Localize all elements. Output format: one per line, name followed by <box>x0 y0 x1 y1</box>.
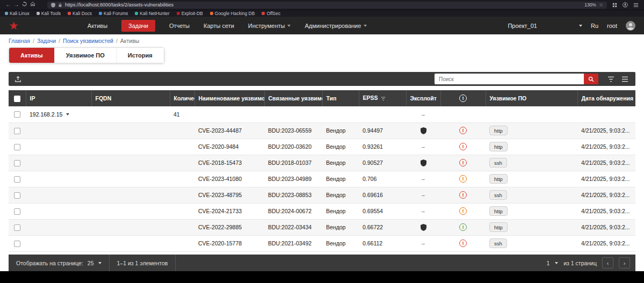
bookmark-item[interactable]: Kali Docs <box>68 11 92 16</box>
software-chip[interactable]: http <box>489 142 508 151</box>
reload-icon[interactable] <box>20 0 28 10</box>
software-chip[interactable]: ssh <box>489 190 507 200</box>
search-input[interactable] <box>435 74 584 84</box>
row-checkbox[interactable] <box>14 176 20 183</box>
nav-menu-item[interactable]: Инструменты <box>248 23 291 29</box>
col-vulnerable-software[interactable]: Уязвимое ПО <box>486 90 577 106</box>
software-chip[interactable]: ssh <box>489 238 507 248</box>
app-logo-icon[interactable]: ★ <box>9 17 19 34</box>
bookmark-favicon <box>262 12 265 15</box>
nav-menu-item[interactable]: Карты сети <box>204 23 234 29</box>
col-related-vulns[interactable]: Связанные уязвимости <box>264 90 322 106</box>
bookmark-star-icon[interactable]: ☆ <box>599 2 603 8</box>
col-type[interactable]: Тип <box>322 90 359 106</box>
prev-page-button[interactable]: ‹ <box>602 257 613 269</box>
bookmark-item[interactable]: Google Hacking DB <box>210 11 255 16</box>
bookmark-item[interactable]: Kali Tools <box>37 11 61 16</box>
bookmark-item[interactable]: Kali Linux <box>5 11 30 16</box>
browser-chrome-bar: ← → https://localhost:8000/tasks/2/asset… <box>0 0 644 10</box>
zoom-level[interactable]: 130% <box>584 2 596 8</box>
vulnerability-row[interactable]: CVE-2020-9484BDU:2020-03620Вендор0.93261… <box>9 139 635 155</box>
tab-item[interactable]: Уязвимое ПО <box>54 48 116 63</box>
project-selector[interactable]: Проект_01 <box>508 23 582 29</box>
nav-menu-item[interactable]: Задачи <box>121 20 155 32</box>
row-checkbox[interactable] <box>14 128 20 134</box>
filter-icon[interactable] <box>607 76 614 82</box>
row-checkbox[interactable] <box>14 208 20 215</box>
page-number-value[interactable]: 1 <box>546 260 549 266</box>
cve-id: CVE-2023-41080 <box>194 171 264 187</box>
row-checkbox[interactable] <box>14 160 20 166</box>
vulnerability-row[interactable]: CVE-2018-15473BDU:2018-01037Вендор0.9052… <box>9 155 635 171</box>
bookmark-item[interactable]: Exploit-DB <box>177 11 203 16</box>
software-chip[interactable]: http <box>489 222 508 232</box>
vulnerability-row[interactable]: CVE-2023-44487BDU:2023-06559Вендор0.9449… <box>9 122 635 139</box>
nav-menu-item[interactable]: Активы <box>88 23 107 29</box>
severity-icon: ! <box>459 207 467 215</box>
software-chip[interactable]: http <box>489 174 508 184</box>
cve-id: CVE-2023-44487 <box>194 122 264 139</box>
vulnerability-row[interactable]: CVE-2023-48795BDU:2023-08853Вендор0.6961… <box>9 187 635 203</box>
vulnerability-type: Вендор <box>322 139 359 155</box>
row-checkbox[interactable] <box>14 224 20 231</box>
vulnerability-row[interactable]: CVE-2024-21733BDU:2024-00672Вендор0.6955… <box>9 203 635 219</box>
nav-menu-item[interactable]: Отчеты <box>169 23 190 29</box>
tab-item[interactable]: Активы <box>9 48 54 63</box>
account-icon[interactable] <box>623 0 628 10</box>
language-selector[interactable]: Ru <box>591 23 598 29</box>
cve-id: CVE-2023-48795 <box>194 187 264 203</box>
export-icon[interactable] <box>15 76 21 83</box>
col-count[interactable]: Количес <box>170 90 194 106</box>
bookmark-item[interactable]: Kali Forums <box>99 11 128 16</box>
software-chip[interactable]: http <box>489 126 508 135</box>
breadcrumb-item[interactable]: Задачи <box>37 38 56 44</box>
row-checkbox[interactable] <box>14 241 20 247</box>
next-page-button[interactable]: › <box>619 257 630 269</box>
software-chip[interactable]: http <box>489 206 508 216</box>
lock-icon[interactable] <box>58 0 62 10</box>
chevron-down-icon[interactable] <box>98 262 102 264</box>
breadcrumb-item[interactable]: Главная <box>9 38 30 44</box>
row-checkbox[interactable] <box>14 111 20 118</box>
epss-sort-icon[interactable] <box>381 96 386 102</box>
select-all-checkbox[interactable] <box>14 96 20 102</box>
cve-id: CVE-2022-29885 <box>194 219 264 235</box>
col-severity[interactable]: ! <box>440 90 486 106</box>
avatar[interactable] <box>626 21 635 31</box>
vulnerability-row[interactable]: CVE-2023-41080BDU:2023-04989Вендор0.706–… <box>9 171 635 187</box>
col-exploit[interactable]: Эксплойт <box>406 90 440 106</box>
col-fqdn[interactable]: FQDN <box>91 90 170 106</box>
breadcrumb-item[interactable]: Поиск уязвимостей <box>63 38 113 44</box>
username-label: root <box>607 23 617 29</box>
row-checkbox[interactable] <box>14 144 20 150</box>
bookmark-item[interactable]: OffSec <box>262 11 280 16</box>
vulnerability-row[interactable]: CVE-2020-15778BDU:2021-03492Вендор0.6611… <box>9 235 635 251</box>
per-page-value[interactable]: 25 <box>88 260 94 266</box>
cve-id: CVE-2020-9484 <box>194 139 264 155</box>
tracking-shield-icon[interactable] <box>51 0 55 10</box>
chevron-down-icon[interactable] <box>66 113 69 115</box>
back-icon[interactable]: ← <box>4 0 12 10</box>
columns-settings-icon[interactable] <box>621 76 628 82</box>
vulnerability-row[interactable]: CVE-2022-29885BDU:2022-03434Вендор0.6672… <box>9 219 635 235</box>
col-vuln-name[interactable]: Наименование уязвимости <box>194 90 264 106</box>
exploit-cell: – <box>406 171 440 187</box>
col-ip[interactable]: IP <box>26 90 91 106</box>
chevron-down-icon[interactable] <box>555 262 558 264</box>
home-icon[interactable] <box>28 0 37 10</box>
url-text[interactable]: https://localhost:8000/tasks/2/assets-vu… <box>65 2 582 8</box>
tab-item[interactable]: История <box>116 48 164 63</box>
bookmark-item[interactable]: Kali NetHunter <box>135 11 169 16</box>
search-button[interactable] <box>584 74 598 84</box>
menu-icon[interactable] <box>633 0 639 10</box>
table-footer: Отображать на странице: 25 1–1 из 1 элем… <box>9 255 635 271</box>
extensions-icon[interactable] <box>612 0 617 10</box>
row-checkbox[interactable] <box>14 192 20 199</box>
url-bar[interactable]: https://localhost:8000/tasks/2/assets-vu… <box>47 2 607 9</box>
col-detection-date[interactable]: Дата обнаружения <box>577 90 635 106</box>
asset-group-row[interactable]: 192.168.2.1541– <box>9 106 635 122</box>
forward-icon[interactable]: → <box>12 0 20 10</box>
col-epss[interactable]: EPSS <box>359 90 406 106</box>
software-chip[interactable]: ssh <box>489 158 507 168</box>
nav-menu-item[interactable]: Администрирование <box>305 23 367 29</box>
